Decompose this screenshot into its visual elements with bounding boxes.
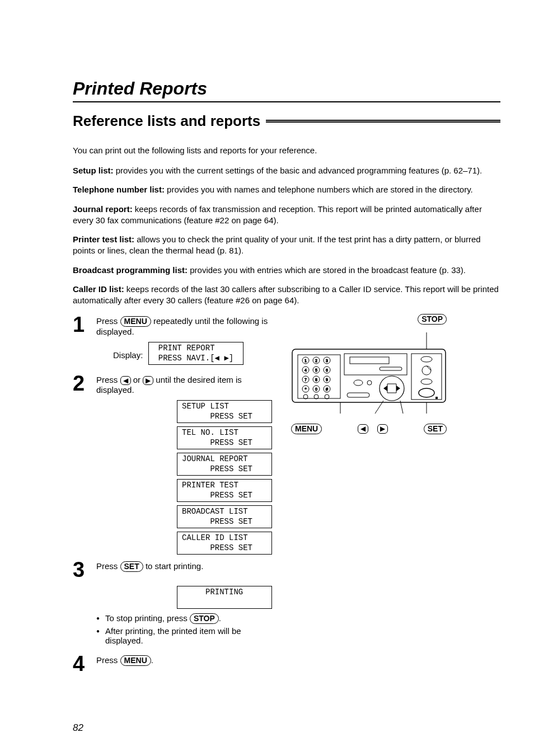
section-heading: Reference lists and reports [73, 112, 260, 130]
desc-label: Caller ID list: [73, 284, 124, 294]
desc-label: Broadcast programming list: [73, 265, 188, 275]
svg-point-32 [380, 376, 404, 401]
svg-text:9: 9 [326, 378, 328, 382]
fax-machine-icon: 1 2 3 4 5 6 7 8 9 * 0 # [291, 327, 447, 419]
svg-rect-33 [347, 393, 369, 397]
step-text: Press [96, 655, 120, 665]
lcd-display: CALLER ID LIST PRESS SET [177, 532, 272, 555]
step-content: Press MENU. [96, 653, 280, 674]
step-text: or [131, 375, 143, 384]
svg-point-35 [367, 381, 372, 385]
svg-text:1: 1 [305, 359, 307, 363]
svg-text:*: * [305, 387, 306, 392]
lcd-display: PRINTER TEST PRESS SET [177, 479, 272, 502]
step-text: Press [96, 375, 120, 384]
step-text: . [151, 655, 153, 665]
desc-text: provides you with entries which are stor… [188, 265, 466, 275]
step-number: 4 [73, 653, 96, 674]
desc-journal: Journal report: keeps records of fax tra… [73, 204, 500, 227]
step-content: Press SET to start printing. [96, 559, 280, 580]
desc-broadcast: Broadcast programming list: provides you… [73, 265, 500, 276]
menu-button-label: MENU [120, 316, 151, 327]
desc-text: provides you with names and telephone nu… [165, 185, 473, 194]
desc-setup: Setup list: provides you with the curren… [73, 165, 500, 176]
svg-text:5: 5 [315, 368, 317, 372]
desc-text: provides you with the current settings o… [114, 166, 483, 175]
right-arrow-icon: ▶ [377, 424, 388, 433]
svg-rect-30 [350, 357, 389, 364]
svg-text:3: 3 [326, 359, 328, 363]
step3-bullets: To stop printing, press STOP. After prin… [96, 613, 280, 645]
lcd-display: PRINT REPORT PRESS NAVI.[◀ ▶] [148, 342, 243, 365]
left-arrow-icon: ◀ [120, 376, 131, 385]
lcd-single: PRINTING [177, 586, 280, 609]
desc-caller-id: Caller ID list: keeps records of the las… [73, 284, 500, 307]
step-4: 4 Press MENU. [73, 653, 280, 674]
desc-text: keeps records of the last 30 callers aft… [73, 284, 499, 305]
desc-text: keeps records of fax transmission and re… [73, 204, 482, 225]
step-number: 2 [73, 373, 96, 395]
menu-button-label: MENU [291, 424, 322, 434]
display-label: Display: [113, 350, 143, 360]
menu-button-label: MENU [120, 655, 151, 666]
svg-text:2: 2 [315, 359, 317, 363]
page-title: Printed Reports [73, 78, 500, 102]
bullet-item: After printing, the printed item will be… [96, 626, 280, 645]
step-number: 3 [73, 559, 96, 580]
left-arrow-icon: ◀ [358, 424, 368, 433]
step-text: Press [96, 316, 120, 326]
desc-label: Journal report: [73, 204, 133, 214]
display-row: Display: PRINT REPORT PRESS NAVI.[◀ ▶] [113, 342, 280, 368]
lcd-display: BROADCAST LIST PRESS SET [177, 505, 272, 528]
step-2: 2 Press ◀ or ▶ until the desired item is… [73, 373, 280, 395]
svg-rect-36 [411, 354, 442, 400]
bullet-text: To stop printing, press [105, 613, 190, 623]
bullet-text: . [219, 613, 221, 623]
page-number: 82 [73, 722, 83, 734]
set-button-label: SET [424, 424, 447, 434]
svg-rect-42 [435, 397, 438, 399]
step-content: Press ◀ or ▶ until the desired item is d… [96, 373, 280, 395]
step-number: 1 [73, 314, 96, 336]
step-1: 1 Press MENU repeatedly until the follow… [73, 314, 280, 336]
step-3: 3 Press SET to start printing. [73, 559, 280, 580]
intro-text: You can print out the following lists an… [73, 145, 500, 155]
lcd-display: PRINTING [177, 586, 272, 609]
desc-text: allows you to check the print quality of… [73, 234, 481, 255]
lcd-display: TEL NO. LIST PRESS SET [177, 426, 272, 449]
set-button-label: SET [120, 561, 143, 572]
svg-rect-31 [380, 367, 402, 370]
step-text: to start printing. [143, 561, 204, 571]
stop-button-label: STOP [190, 613, 219, 624]
heading-rule [266, 120, 500, 123]
desc-telephone: Telephone number list: provides you with… [73, 184, 500, 195]
step-content: Press MENU repeatedly until the followin… [96, 314, 280, 336]
section-heading-row: Reference lists and reports [73, 112, 500, 130]
svg-point-34 [354, 380, 363, 386]
stop-button-label: STOP [418, 314, 447, 325]
device-diagram: STOP 1 2 3 4 5 6 7 8 9 * 0 # [291, 314, 447, 680]
svg-text:0: 0 [315, 387, 317, 391]
lcd-display: SETUP LIST PRESS SET [177, 400, 272, 423]
desc-printer-test: Printer test list: allows you to check t… [73, 234, 500, 257]
svg-point-38 [422, 366, 431, 375]
lcd-display: JOURNAL REPORT PRESS SET [177, 453, 272, 476]
desc-label: Setup list: [73, 166, 114, 175]
right-arrow-icon: ▶ [143, 376, 153, 385]
svg-text:4: 4 [305, 368, 307, 372]
step-text: Press [96, 561, 120, 571]
svg-text:8: 8 [315, 378, 317, 382]
svg-point-37 [421, 356, 432, 362]
svg-point-41 [419, 388, 434, 397]
svg-text:#: # [326, 387, 328, 391]
svg-point-40 [421, 379, 432, 384]
bullet-item: To stop printing, press STOP. [96, 613, 280, 624]
diagram-labels: MENU ◀ ▶ SET [291, 424, 447, 434]
svg-text:7: 7 [305, 378, 307, 382]
lcd-stack: SETUP LIST PRESS SET TEL NO. LIST PRESS … [177, 400, 280, 555]
desc-label: Printer test list: [73, 234, 134, 244]
bullet-text: After printing, the printed item will be… [105, 626, 241, 645]
desc-label: Telephone number list: [73, 185, 165, 194]
svg-text:6: 6 [326, 368, 328, 372]
